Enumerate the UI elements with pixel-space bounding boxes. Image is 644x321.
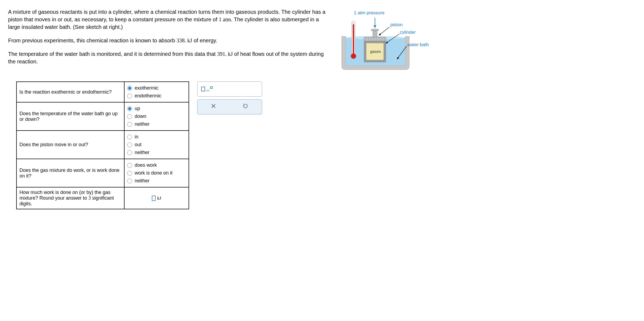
- q4-text: Does the gas mixture do work, or is work…: [16, 159, 124, 187]
- q3-label-in: in: [135, 134, 139, 140]
- p2-val: 338. kJ: [177, 37, 192, 43]
- work-input[interactable]: [152, 196, 156, 201]
- q4-options: does work work is done on it neither: [124, 159, 189, 187]
- reset-button[interactable]: [243, 103, 249, 111]
- q2-label-neither: neither: [135, 121, 150, 127]
- work-unit: kJ: [157, 196, 161, 201]
- piston-label: piston: [390, 22, 403, 28]
- q2-label-down: down: [135, 114, 146, 119]
- q5-text: How much work is done on (or by) the gas…: [16, 187, 124, 209]
- q2-radio-down[interactable]: [127, 114, 132, 119]
- table-row: Does the piston move in or out? in out n…: [16, 131, 189, 159]
- questions-table: Is the reaction exothermic or endothermi…: [16, 81, 189, 209]
- table-row: Is the reaction exothermic or endothermi…: [16, 82, 189, 102]
- q4-label-work-done-on: work is done on it: [135, 170, 173, 176]
- p2-b: of energy.: [192, 37, 217, 43]
- gases-label: gases: [370, 49, 381, 54]
- p1-val: 1 atm: [219, 16, 231, 22]
- table-row: Does the temperature of the water bath g…: [16, 102, 189, 131]
- q3-text: Does the piston move in or out?: [16, 131, 124, 159]
- svg-marker-30: [379, 33, 381, 35]
- q1-options: exothermic endothermic: [124, 82, 189, 102]
- q1-text: Is the reaction exothermic or endothermi…: [16, 82, 124, 102]
- q1-label-endothermic: endothermic: [135, 93, 162, 99]
- q1-radio-endothermic[interactable]: [127, 94, 132, 98]
- q5-answer: kJ: [124, 187, 189, 209]
- q4-label-does-work: does work: [135, 162, 157, 168]
- q2-label-up: up: [135, 106, 140, 111]
- q3-label-neither: neither: [135, 150, 150, 155]
- p3-val: 391. kJ: [217, 51, 233, 57]
- mantissa-box-icon: [201, 87, 205, 91]
- q2-options: up down neither: [124, 102, 189, 131]
- x-icon: [211, 103, 216, 109]
- table-row: How much work is done on (or by) the gas…: [16, 187, 189, 209]
- q2-text: Does the temperature of the water bath g…: [16, 102, 124, 131]
- q1-radio-exothermic[interactable]: [127, 86, 132, 91]
- action-toolbar: [197, 99, 262, 114]
- p3-a: The temperature of the water bath is mon…: [8, 51, 217, 57]
- q3-label-out: out: [135, 142, 142, 148]
- q3-radio-in[interactable]: [127, 135, 132, 139]
- exponent-box-icon: [210, 86, 213, 89]
- cylinder-label: cylinder: [400, 30, 416, 35]
- svg-rect-19: [371, 29, 378, 31]
- q4-radio-work-done-on[interactable]: [127, 171, 132, 176]
- q4-label-neither: neither: [135, 178, 150, 184]
- p2-a: From previous experiments, this chemical…: [8, 37, 177, 43]
- waterbath-label: water bath: [407, 42, 429, 47]
- q2-radio-up[interactable]: [127, 106, 132, 111]
- pressure-label: 1 atm pressure: [354, 10, 384, 16]
- apparatus-diagram: 1 atm pressure piston cylinder water bat…: [338, 8, 430, 73]
- svg-marker-28: [374, 25, 376, 28]
- table-row: Does the gas mixture do work, or is work…: [16, 159, 189, 187]
- q2-radio-neither[interactable]: [127, 122, 132, 127]
- q1-label-exothermic: exothermic: [135, 85, 159, 91]
- q3-options: in out neither: [124, 131, 189, 159]
- clear-button[interactable]: [211, 103, 216, 110]
- x10-label: x10: [206, 89, 209, 92]
- problem-statement: A mixture of gaseous reactants is put in…: [8, 8, 327, 65]
- q3-radio-out[interactable]: [127, 142, 132, 147]
- q4-radio-neither[interactable]: [127, 179, 132, 183]
- svg-rect-18: [373, 30, 377, 37]
- undo-icon: [243, 103, 249, 109]
- scientific-notation-tool[interactable]: x10: [197, 81, 262, 97]
- svg-line-29: [380, 27, 390, 35]
- diagram-svg: [338, 8, 413, 73]
- q4-radio-does-work[interactable]: [127, 163, 132, 168]
- q3-radio-neither[interactable]: [127, 150, 132, 155]
